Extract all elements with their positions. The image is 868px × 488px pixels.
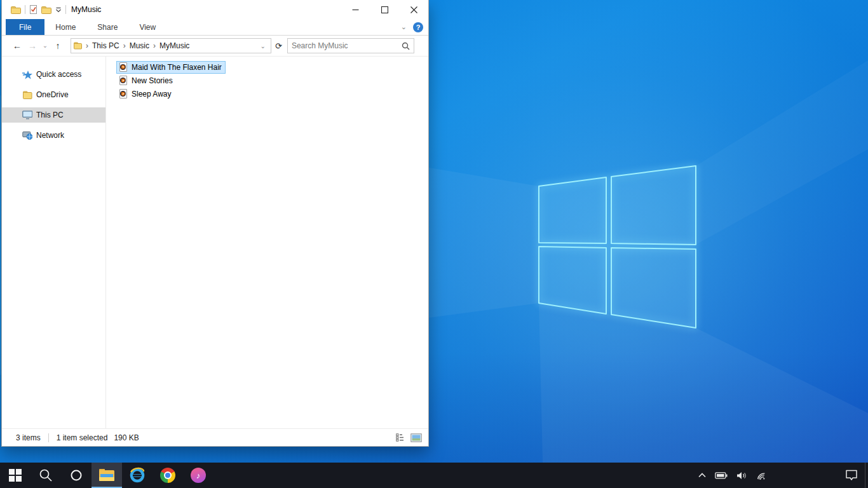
caption-buttons [341, 0, 428, 19]
search-icon [39, 468, 53, 482]
sidebar-item-onedrive[interactable]: OneDrive [2, 87, 105, 102]
address-dropdown-icon[interactable]: ⌄ [258, 43, 268, 50]
file-explorer-window: MyMusic File Home Share View ⌄ ? [1, 0, 429, 447]
start-button[interactable] [0, 463, 31, 488]
sidebar-item-label: OneDrive [36, 90, 69, 99]
sidebar-item-quick-access[interactable]: Quick access [2, 67, 105, 82]
maximize-button[interactable] [370, 0, 399, 19]
folder-icon [74, 42, 82, 50]
status-separator [48, 433, 49, 442]
battery-icon[interactable] [715, 472, 728, 479]
breadcrumb-chevron-icon[interactable]: › [119, 41, 130, 50]
title-bar[interactable]: MyMusic [2, 0, 428, 19]
close-button[interactable] [399, 0, 428, 19]
sidebar-item-label: Network [36, 131, 64, 140]
explorer-body: Quick access OneDrive [2, 57, 428, 428]
search-icon[interactable] [402, 42, 410, 50]
breadcrumb-chevron-icon[interactable]: › [82, 41, 92, 50]
file-item-sleep-away[interactable]: Sleep Away [116, 88, 175, 100]
toolbar-separator [25, 5, 25, 14]
ribbon-tab-row: File Home Share View ⌄ ? [2, 19, 428, 36]
file-item-new-stories[interactable]: New Stories [116, 74, 177, 87]
internet-explorer-icon [129, 467, 146, 484]
cortana-button[interactable] [61, 463, 92, 488]
refresh-button[interactable]: ⟳ [275, 41, 282, 51]
file-explorer-icon [98, 468, 115, 482]
system-tray [698, 463, 766, 488]
search-box [287, 38, 414, 53]
file-list: Maid With The Flaxen Hair New Stories Sl… [106, 57, 428, 428]
taskbar-chrome-button[interactable] [153, 463, 183, 488]
taskbar-search-button[interactable] [31, 463, 61, 488]
navigation-bar: ← → ⌄ ↑ › This PC › Music › MyMusic ⌄ ⟳ [2, 36, 428, 57]
taskbar-internet-explorer-button[interactable] [122, 463, 153, 488]
minimize-ribbon-icon[interactable]: ⌄ [401, 23, 407, 31]
breadcrumb-this-pc[interactable]: This PC [92, 41, 119, 50]
selection-count: 1 item selected [57, 433, 108, 442]
address-bar[interactable]: › This PC › Music › MyMusic ⌄ [71, 38, 271, 53]
sidebar-item-network[interactable]: Network [2, 128, 105, 143]
music-file-icon [119, 62, 128, 72]
windows-start-icon [9, 469, 22, 482]
sidebar-item-this-pc[interactable]: This PC [2, 107, 105, 123]
breadcrumb-mymusic[interactable]: MyMusic [159, 41, 189, 50]
selection-size: 190 KB [114, 433, 139, 442]
onedrive-folder-icon [22, 90, 32, 100]
windows-logo [539, 166, 696, 328]
action-center-icon [845, 470, 858, 481]
taskbar-file-explorer-button[interactable] [92, 463, 122, 488]
file-item-maid-with-the-flaxen-hair[interactable]: Maid With The Flaxen Hair [116, 61, 226, 74]
taskbar-itunes-button[interactable]: ♪ [183, 463, 214, 488]
search-input[interactable] [292, 41, 402, 50]
cortana-circle-icon [69, 468, 83, 482]
status-bar: 3 items 1 item selected 190 KB [2, 428, 428, 446]
file-name: New Stories [132, 76, 173, 85]
taskbar: ♪ [0, 463, 868, 488]
toolbar-separator [65, 5, 66, 14]
network-computer-icon [22, 130, 32, 140]
customize-quick-access-toolbar-button[interactable] [55, 7, 62, 13]
tab-share[interactable]: Share [86, 19, 128, 35]
items-count: 3 items [16, 433, 41, 442]
music-note-glyph: ♪ [196, 471, 201, 480]
help-button[interactable]: ? [413, 22, 423, 32]
this-pc-monitor-icon [22, 110, 32, 120]
thumbnail-view-button[interactable] [410, 433, 422, 442]
file-name: Sleep Away [132, 90, 172, 98]
tab-home[interactable]: Home [44, 19, 86, 35]
screen: MyMusic File Home Share View ⌄ ? [0, 0, 868, 488]
new-folder-button[interactable] [41, 6, 51, 14]
folder-icon [11, 6, 21, 14]
details-view-button[interactable] [396, 433, 405, 442]
navigation-pane: Quick access OneDrive [2, 57, 106, 428]
sidebar-item-label: This PC [36, 111, 64, 119]
breadcrumb-chevron-icon[interactable]: › [149, 41, 159, 50]
back-button[interactable]: ← [10, 41, 25, 50]
up-button[interactable]: ↑ [50, 41, 65, 50]
show-desktop-button[interactable] [865, 463, 868, 488]
breadcrumb-music[interactable]: Music [130, 41, 149, 50]
wifi-icon[interactable] [756, 471, 766, 480]
volume-icon[interactable] [736, 471, 747, 480]
itunes-icon: ♪ [191, 468, 206, 483]
quick-access-star-icon [22, 69, 32, 79]
chrome-icon [160, 468, 175, 483]
file-name: Maid With The Flaxen Hair [132, 63, 222, 72]
forward-button[interactable]: → [25, 41, 40, 50]
recent-locations-icon[interactable]: ⌄ [40, 43, 50, 49]
minimize-button[interactable] [341, 0, 370, 19]
sidebar-item-label: Quick access [36, 70, 81, 79]
tab-view[interactable]: View [128, 19, 166, 35]
music-file-icon [119, 89, 128, 99]
hidden-icons-chevron[interactable] [698, 473, 706, 478]
quick-access-toolbar [2, 5, 66, 14]
action-center-button[interactable] [845, 463, 858, 488]
tab-file[interactable]: File [6, 19, 44, 35]
music-file-icon [119, 76, 128, 86]
window-title: MyMusic [71, 5, 101, 14]
properties-button[interactable] [29, 5, 37, 14]
